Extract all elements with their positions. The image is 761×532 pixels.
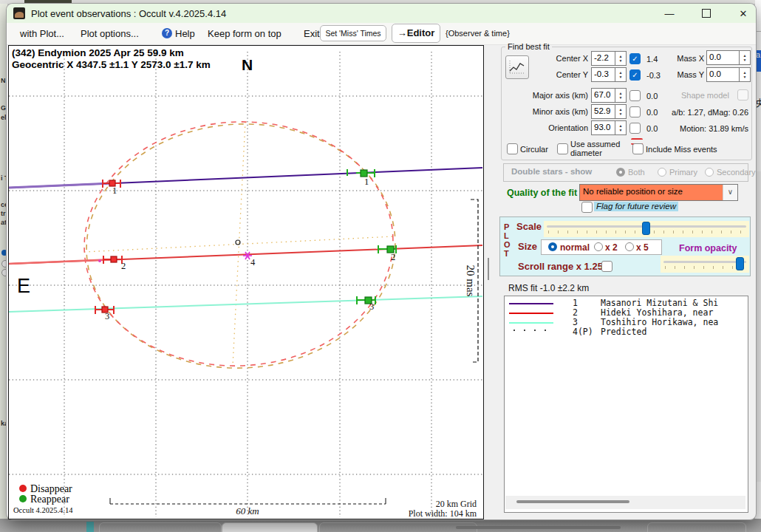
- scroll-range-label: Scroll range x 1.25: [518, 261, 603, 272]
- center-x-label: Center X: [529, 54, 588, 63]
- close-button[interactable]: ✕: [728, 4, 758, 23]
- set-miss-times-button[interactable]: Set 'Miss' Times: [320, 25, 386, 41]
- observer-name: Hideki Yoshihara, near: [601, 307, 713, 318]
- find-best-fit-title: Find best fit: [505, 42, 552, 51]
- observer-number: 2: [573, 307, 578, 318]
- shape-model-checkbox[interactable]: [737, 89, 748, 100]
- maximize-icon: [702, 9, 711, 18]
- motion-value: Motion: 31.89 km/s: [660, 124, 748, 133]
- svg-text:2: 2: [391, 252, 395, 262]
- predicted-point: [98, 259, 101, 262]
- include-miss-checkbox[interactable]: [632, 143, 644, 154]
- scale-slider-thumb[interactable]: [642, 222, 650, 235]
- predicted-ellipse: [81, 117, 401, 376]
- mass-y-spinner[interactable]: 0.0 ▲▼: [706, 67, 751, 82]
- size-label: Size: [518, 241, 537, 252]
- svg-text:1: 1: [364, 177, 369, 187]
- maximize-button[interactable]: [692, 4, 721, 23]
- double-secondary-radio[interactable]: [705, 168, 714, 177]
- menu-exit[interactable]: Exit: [304, 28, 320, 39]
- spin-down-icon: ▼: [743, 58, 747, 62]
- plot-letter-o: O: [504, 240, 511, 249]
- double-secondary-label: Secondary: [717, 168, 756, 177]
- flag-review-label: Flag for future review: [594, 202, 678, 211]
- size-normal-radio[interactable]: [548, 242, 557, 251]
- center-x-delta: 1.4: [646, 55, 658, 64]
- scale-bar: [110, 498, 386, 504]
- chord-1: [9, 168, 482, 188]
- plot-letter-t: T: [504, 249, 509, 258]
- opacity-slider-thumb[interactable]: [736, 257, 744, 270]
- assumed-diameter-label2: diameter: [570, 149, 602, 157]
- center-x-checkbox[interactable]: ✓: [629, 53, 641, 64]
- size-x2-radio[interactable]: [594, 242, 603, 251]
- north-label: N: [242, 56, 253, 73]
- major-axis-label: Major axis (km): [514, 91, 588, 100]
- observer-name: Masanori Mizutani & Shi: [601, 298, 718, 308]
- orientation-spinner[interactable]: 93.0 ▲▼: [591, 120, 627, 135]
- orientation-checkbox[interactable]: [629, 123, 641, 134]
- quality-dropdown[interactable]: No reliable position or size ∨: [579, 184, 738, 201]
- minor-axis-delta: 0.0: [646, 108, 658, 117]
- form-opacity-label: Form opacity: [679, 243, 737, 253]
- bg-teal-accent: [86, 522, 94, 532]
- major-axis-spinner[interactable]: 67.0 ▲▼: [591, 88, 627, 103]
- plot-header-line1: (342) Endymion 2025 Apr 25 59.9 km: [12, 47, 184, 58]
- editor-button[interactable]: →Editor: [392, 24, 440, 43]
- fit-plot-button[interactable]: [505, 55, 529, 79]
- center-y-spinner[interactable]: -0.3 ▲▼: [591, 67, 627, 82]
- legend-line-4-dotted: [509, 327, 553, 332]
- minimize-button[interactable]: —: [655, 4, 684, 23]
- size-x5-radio[interactable]: [625, 242, 634, 251]
- scale-label: Scale: [516, 221, 542, 232]
- scale-slider[interactable]: [544, 221, 749, 237]
- help-icon[interactable]: ?: [162, 28, 172, 38]
- orientation-delta: 0.0: [646, 124, 658, 133]
- form-opacity-slider[interactable]: [661, 256, 749, 273]
- splitter-handle[interactable]: [488, 258, 489, 280]
- spin-down-icon: ▼: [619, 58, 623, 63]
- plot-canvas[interactable]: 1 1 2 2 3 3 4 (342) Endymion 2025 Apr 25…: [8, 45, 484, 519]
- observer-list-hscroll-thumb[interactable]: [516, 500, 629, 503]
- plot-header: (342) Endymion 2025 Apr 25 59.9 km Geoce…: [12, 47, 211, 70]
- assumed-diameter-label1: Use assumed: [570, 140, 620, 149]
- plot-header-line2: Geocentric X 4347.5 ±1.1 Y 2573.0 ±1.7 k…: [12, 59, 211, 70]
- scroll-range-checkbox[interactable]: [601, 261, 612, 272]
- mass-x-spinner[interactable]: 0.0 ▲▼: [706, 50, 751, 65]
- menu-help[interactable]: Help: [175, 28, 195, 39]
- mass-x-label: Mass X: [671, 54, 704, 63]
- minor-axis-checkbox[interactable]: [629, 106, 641, 117]
- quality-value: No reliable position or size: [583, 187, 683, 196]
- major-axis-checkbox[interactable]: [629, 90, 641, 101]
- chord-2: [9, 245, 482, 264]
- menu-keep-on-top[interactable]: Keep form on top: [208, 28, 281, 39]
- double-both-label: Both: [628, 168, 645, 177]
- disappear-label: Disappear: [30, 483, 72, 494]
- center-y-checkbox[interactable]: ✓: [629, 69, 641, 81]
- minimize-icon: —: [665, 8, 675, 19]
- quality-label: Quality of the fit: [507, 188, 577, 198]
- window-title: Plot event observations : Occult v.4.202…: [31, 8, 226, 19]
- double-both-radio[interactable]: [616, 168, 625, 177]
- chart-icon: [506, 56, 527, 77]
- double-primary-radio[interactable]: [658, 168, 666, 177]
- circular-checkbox[interactable]: [507, 143, 518, 154]
- scale-bar-label: 60 km: [236, 505, 259, 516]
- minor-axis-spinner[interactable]: 52.9 ▲▼: [591, 104, 627, 119]
- menu-with-plot[interactable]: with Plot...: [20, 28, 64, 39]
- bg-window-fragment: [319, 522, 477, 532]
- menu-plot-options[interactable]: Plot options...: [81, 28, 139, 39]
- title-bar[interactable]: Plot event observations : Occult v.4.202…: [7, 4, 756, 23]
- orientation-label: Orientation: [529, 123, 588, 132]
- flag-review-checkbox[interactable]: [581, 202, 593, 213]
- observer-list[interactable]: 1 Masanori Mizutani & Shi 2 Hideki Yoshi…: [504, 296, 748, 513]
- occultation-plot[interactable]: 1 1 2 2 3 3 4 (342) Endymion 2025 Apr 25…: [9, 46, 483, 519]
- assumed-diameter-checkbox[interactable]: [557, 143, 568, 154]
- legend-line-1: [509, 299, 553, 304]
- opacity-slider-track: [663, 261, 746, 263]
- plot-letter-l: L: [504, 231, 509, 240]
- plot-width-note: Plot width: 104 km: [409, 508, 477, 519]
- legend-line-3: [509, 318, 553, 324]
- center-x-spinner[interactable]: -2.2 ▲▼: [591, 51, 627, 66]
- plot-letter-p: P: [504, 222, 509, 231]
